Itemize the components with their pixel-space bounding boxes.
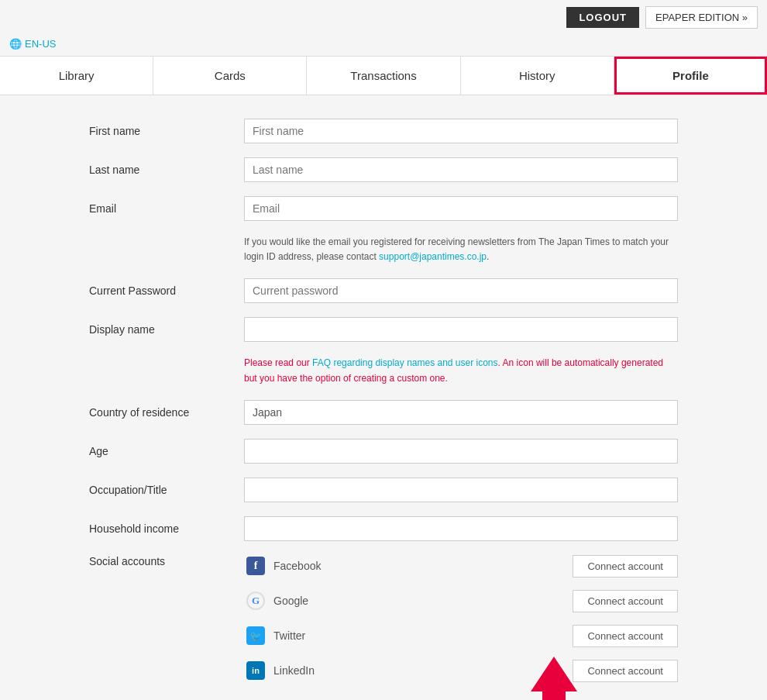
twitter-connect-button[interactable]: Connect account xyxy=(573,625,678,647)
occupation-label: Occupation/Title xyxy=(89,478,244,496)
logout-button[interactable]: LOGOUT xyxy=(566,7,639,28)
social-accounts-section: Social accounts f Facebook Connect accou… xyxy=(89,555,678,695)
country-row: Country of residence xyxy=(89,400,678,425)
first-name-input[interactable] xyxy=(244,119,678,143)
svg-marker-0 xyxy=(531,657,577,700)
lang-bar: 🌐 EN-US xyxy=(0,35,767,56)
occupation-input[interactable] xyxy=(244,478,678,502)
last-name-input[interactable] xyxy=(244,157,678,182)
current-password-row: Current Password xyxy=(89,278,678,303)
nav-transactions[interactable]: Transactions xyxy=(307,57,460,95)
country-field xyxy=(244,400,678,425)
occupation-row: Occupation/Title xyxy=(89,478,678,502)
linkedin-icon: in xyxy=(244,661,267,680)
email-support-link[interactable]: support@japantimes.co.jp xyxy=(379,251,487,262)
nav-profile[interactable]: Profile xyxy=(614,57,767,95)
email-info-end: . xyxy=(487,251,489,262)
age-field xyxy=(244,439,678,464)
display-name-row: Display name xyxy=(89,317,678,342)
occupation-field xyxy=(244,478,678,502)
household-label: Household income xyxy=(89,516,244,535)
google-icon: G xyxy=(244,591,267,610)
email-label: Email xyxy=(89,196,244,215)
linkedin-connect-button[interactable]: Connect account xyxy=(573,660,678,682)
facebook-connect-button[interactable]: Connect account xyxy=(573,555,678,578)
globe-icon: 🌐 xyxy=(9,38,22,50)
google-row: G Google Connect account xyxy=(244,590,678,612)
faq-link[interactable]: FAQ regarding display names and user ico… xyxy=(312,357,497,368)
last-name-label: Last name xyxy=(89,157,244,176)
display-name-field xyxy=(244,317,678,342)
household-row: Household income xyxy=(89,516,678,541)
country-input[interactable] xyxy=(244,400,678,425)
country-label: Country of residence xyxy=(89,400,244,419)
arrow-indicator xyxy=(523,657,585,700)
language-selector[interactable]: 🌐 EN-US xyxy=(9,38,56,50)
email-row: Email xyxy=(89,196,678,221)
household-input[interactable] xyxy=(244,516,678,541)
age-input[interactable] xyxy=(244,439,678,464)
nav-history[interactable]: History xyxy=(461,57,614,95)
facebook-icon: f xyxy=(244,557,267,575)
social-list: f Facebook Connect account G Google Conn… xyxy=(244,555,678,695)
nav-cards[interactable]: Cards xyxy=(153,57,307,95)
email-field xyxy=(244,196,678,221)
epaper-button[interactable]: EPAPER EDITION » xyxy=(645,6,758,29)
household-field xyxy=(244,516,678,541)
facebook-label: Facebook xyxy=(273,560,573,572)
google-label: Google xyxy=(273,595,573,607)
email-input[interactable] xyxy=(244,196,678,221)
first-name-label: First name xyxy=(89,119,244,137)
linkedin-row: in LinkedIn Connect account xyxy=(244,660,678,682)
social-accounts-label: Social accounts xyxy=(89,555,244,695)
display-name-warning: Please read our FAQ regarding display na… xyxy=(244,356,678,385)
twitter-row: 🐦 Twitter Connect account xyxy=(244,625,678,647)
twitter-label: Twitter xyxy=(273,629,573,642)
first-name-row: First name xyxy=(89,119,678,143)
warning-pre: Please read our xyxy=(244,357,312,368)
profile-form: First name Last name Email If you would … xyxy=(74,119,693,700)
current-password-input[interactable] xyxy=(244,278,678,303)
first-name-field xyxy=(244,119,678,143)
last-name-row: Last name xyxy=(89,157,678,182)
email-info-text: If you would like the email you register… xyxy=(244,235,678,264)
last-name-field xyxy=(244,157,678,182)
age-label: Age xyxy=(89,439,244,457)
age-row: Age xyxy=(89,439,678,464)
current-password-field xyxy=(244,278,678,303)
facebook-row: f Facebook Connect account xyxy=(244,555,678,578)
google-connect-button[interactable]: Connect account xyxy=(573,590,678,612)
twitter-icon: 🐦 xyxy=(244,626,267,645)
top-bar: LOGOUT EPAPER EDITION » xyxy=(0,0,767,35)
display-name-label: Display name xyxy=(89,317,244,336)
display-name-input[interactable] xyxy=(244,317,678,342)
nav-library[interactable]: Library xyxy=(0,57,153,95)
lang-label: EN-US xyxy=(25,38,56,50)
current-password-label: Current Password xyxy=(89,278,244,297)
main-nav: Library Cards Transactions History Profi… xyxy=(0,56,767,95)
